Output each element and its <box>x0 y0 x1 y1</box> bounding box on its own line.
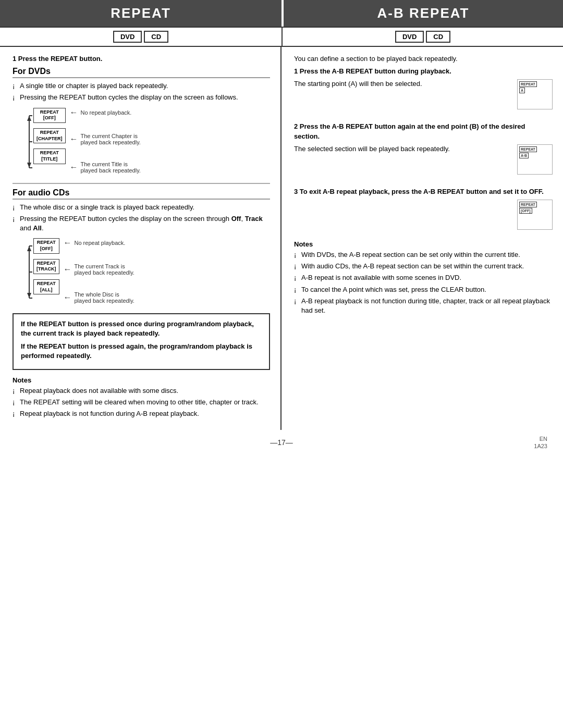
screen3-line2: [OFF] <box>519 208 532 214</box>
screen2-line2: A·B <box>519 153 529 158</box>
screen3-line1: REPEAT <box>519 202 537 207</box>
left-column: 1 Press the REPEAT button. For DVDs A si… <box>0 47 282 430</box>
dvd-bullets: A single title or chapter is played back… <box>13 81 270 102</box>
left-note-3: Repeat playback is not function during A… <box>13 409 270 418</box>
header-left: REPEAT <box>0 0 282 27</box>
left-note-2: The REPEAT setting will be cleared when … <box>13 398 270 407</box>
right-note-5: A-B repeat playback is not function duri… <box>294 297 553 315</box>
badges-row: DVD CD DVD CD <box>0 28 563 47</box>
arrow-icon-6: ← <box>64 293 72 302</box>
screen-mockup-3: REPEAT [OFF] <box>517 200 553 230</box>
screen1-line1: REPEAT <box>519 81 537 87</box>
right-step2-label: 2 Press the A-B REPEAT button again at t… <box>294 122 553 141</box>
dvd-badge-right: DVD <box>395 31 424 43</box>
right-column: You can define a section to be played ba… <box>282 47 563 430</box>
left-notes-title: Notes <box>13 376 270 384</box>
dvd-box-off: REPEAT [OFF] <box>33 108 66 123</box>
cd-cycle-bracket-svg <box>18 238 33 306</box>
ab-repeat-title: A-B REPEAT <box>284 5 563 21</box>
dvd-label-chapter-text: The current Chapter isplayed back repeat… <box>81 133 141 145</box>
cd-diagram: REPEAT [OFF] REPEAT [TRACK] REPEAT [ALL] <box>18 238 270 306</box>
right-step2-text: The selected section will be played back… <box>294 144 553 154</box>
cd-box-all: REPEAT [ALL] <box>33 279 59 294</box>
left-step1-label: 1 Press the REPEAT button. <box>13 54 270 64</box>
left-notes-list: Repeat playback does not available with … <box>13 386 270 419</box>
dvd-label-title: ← The current Title isplayed back repeat… <box>70 161 141 174</box>
footer-en: EN <box>534 435 547 442</box>
arrow-icon-5: ← <box>64 265 72 274</box>
for-audio-cds-heading: For audio CDs <box>13 188 270 200</box>
dvd-diagram: REPEAT [OFF] REPEAT [CHAPTER] REPEAT [TI… <box>18 108 270 176</box>
section-divider-1 <box>13 183 270 184</box>
footer: —17— EN 1A23 <box>0 430 563 455</box>
right-note-3: A-B repeat is not available with some sc… <box>294 273 553 282</box>
dvd-label-off: ← No repeat playback. <box>70 108 141 117</box>
cd-label-off: ← No repeat playback. <box>64 238 134 248</box>
dvd-box-chapter: REPEAT [CHAPTER] <box>33 128 66 143</box>
right-note-4: To cancel the A point which was set, pre… <box>294 285 553 294</box>
page-number: —17— <box>270 438 293 447</box>
cd-bullet-2: Pressing the REPEAT button cycles the di… <box>13 214 270 233</box>
dvd-cycle-bracket-svg <box>18 108 33 176</box>
dvd-label-chapter: ← The current Chapter isplayed back repe… <box>70 133 141 145</box>
right-notes: Notes With DVDs, the A-B repeat section … <box>294 240 553 315</box>
screen-mockup-1: REPEAT A <box>517 79 553 109</box>
cd-label-all: ← The whole Disc isplayed back repeatedl… <box>64 291 134 304</box>
cd-bullets: The whole disc or a single track is play… <box>13 203 270 233</box>
right-notes-title: Notes <box>294 240 553 248</box>
left-notes: Notes Repeat playback does not available… <box>13 376 270 419</box>
for-dvds-heading: For DVDs <box>13 67 270 78</box>
right-intro: You can define a section to be played ba… <box>294 54 553 64</box>
cd-bullet-1: The whole disc or a single track is play… <box>13 203 270 212</box>
screen2-line1: REPEAT <box>519 146 537 152</box>
right-step1-label: 1 Press the A-B REPEAT button during pla… <box>294 67 553 76</box>
header-right: A-B REPEAT <box>282 0 563 27</box>
badges-right: DVD CD <box>282 28 563 46</box>
cd-badge-right: CD <box>426 31 450 43</box>
dvd-label-off-text: No repeat playback. <box>81 109 132 116</box>
screen1-line2: A <box>519 88 525 93</box>
page: REPEAT A-B REPEAT DVD CD DVD CD 1 Press … <box>0 0 563 728</box>
right-notes-list: With DVDs, the A-B repeat section can be… <box>294 250 553 315</box>
screen-mockup-2: REPEAT A·B <box>517 144 553 175</box>
arrow-icon-2: ← <box>70 134 78 144</box>
header-row: REPEAT A-B REPEAT <box>0 0 563 28</box>
dvd-box-title: REPEAT [TITLE] <box>33 149 66 164</box>
dvd-bullet-2: Pressing the REPEAT button cycles the di… <box>13 93 270 102</box>
badges-left: DVD CD <box>0 28 282 46</box>
warning-para1: If the REPEAT button is pressed once dur… <box>21 319 262 338</box>
right-note-2: With audio CDs, the A-B repeat section c… <box>294 262 553 271</box>
cd-box-track: REPEAT [TRACK] <box>33 259 59 274</box>
cd-label-track: ← The current Track isplayed back repeat… <box>64 263 134 276</box>
cd-box-off: REPEAT [OFF] <box>33 238 59 253</box>
right-step1-content: REPEAT A The starting point (A) will the… <box>294 79 553 114</box>
dvd-bullet-1: A single title or chapter is played back… <box>13 81 270 91</box>
right-step2-content: REPEAT A·B The selected section will be … <box>294 144 553 179</box>
arrow-icon-3: ← <box>70 163 78 172</box>
right-step1-text: The starting point (A) will then be sele… <box>294 79 553 89</box>
left-note-1: Repeat playback does not available with … <box>13 386 270 396</box>
arrow-icon-1: ← <box>70 108 78 117</box>
cd-badge-left: CD <box>144 31 168 43</box>
footer-code: EN 1A23 <box>534 435 547 450</box>
dvd-badge-left: DVD <box>113 31 142 43</box>
dvd-label-title-text: The current Title isplayed back repeated… <box>81 161 141 174</box>
warning-para2: If the REPEAT button is pressed again, t… <box>21 342 262 361</box>
repeat-title: REPEAT <box>0 5 282 21</box>
content-row: 1 Press the REPEAT button. For DVDs A si… <box>0 47 563 430</box>
right-step3-content: REPEAT [OFF] <box>294 200 553 234</box>
warning-box: If the REPEAT button is pressed once dur… <box>13 313 270 370</box>
arrow-icon-4: ← <box>64 238 72 248</box>
footer-1a23: 1A23 <box>534 442 547 450</box>
right-step3-label: 3 To exit A-B repeat playback, press the… <box>294 187 553 196</box>
right-note-1: With DVDs, the A-B repeat section can be… <box>294 250 553 260</box>
